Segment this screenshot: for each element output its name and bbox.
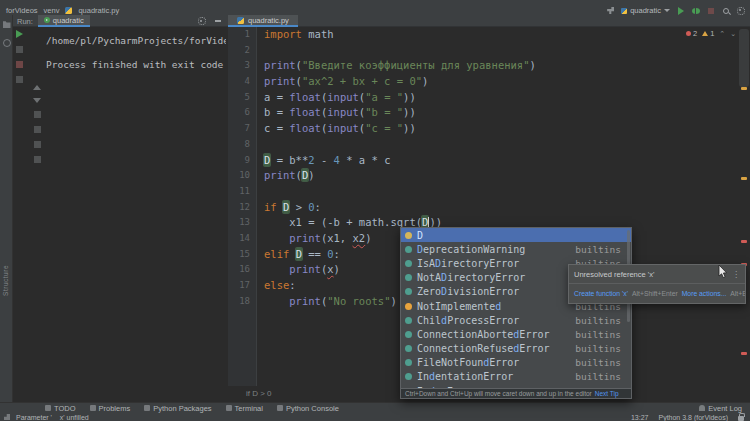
warning-icon (702, 31, 708, 36)
code-line-4[interactable]: print("ax^2 + bx + c = 0") (264, 74, 738, 90)
stop-button[interactable] (706, 6, 715, 15)
line-number[interactable]: 10 (228, 168, 250, 184)
rerun-button[interactable] (16, 30, 23, 38)
terminal-icon (226, 405, 232, 411)
run-panel-settings-gear-icon[interactable] (197, 17, 206, 26)
scroll-to-end-icon[interactable] (34, 126, 41, 133)
print-icon[interactable] (34, 141, 41, 148)
line-number[interactable]: 17 (228, 278, 250, 294)
run-settings-icon[interactable] (16, 46, 23, 53)
run-config-name: quadratic (630, 6, 661, 15)
create-function-link[interactable]: Create function 'x' (574, 290, 628, 297)
up-stacktrace-icon[interactable] (33, 85, 41, 90)
toolwindow-terminal[interactable]: Terminal (226, 404, 263, 413)
inspections-widget[interactable]: 2 1 ⌃ ⌄ (686, 29, 736, 38)
warning-stripe-mark[interactable] (741, 177, 747, 180)
line-number[interactable]: 18 (228, 294, 250, 310)
breadcrumb-forvideos[interactable]: forVideos (6, 6, 38, 15)
error-stripe-mark[interactable] (741, 352, 747, 355)
editor-tab-quadratic-py[interactable]: quadratic.py (228, 15, 298, 27)
run-button[interactable] (676, 6, 685, 15)
status-bar: Parameter '__x' unfilled 13:27 Python 3.… (0, 413, 750, 421)
code-line-2[interactable] (264, 43, 738, 59)
code-line-8[interactable] (264, 137, 738, 153)
scrollbar-thumb[interactable] (739, 29, 749, 87)
completion-item-filenotfounderror[interactable]: FileNotFoundErrorbuiltins (401, 356, 631, 370)
line-number[interactable]: 15 (228, 247, 250, 263)
line-number[interactable]: 13 (228, 215, 250, 231)
down-stacktrace-icon[interactable] (33, 98, 41, 103)
tooltip-more-icon[interactable]: ⋮ (732, 270, 740, 279)
code-line-7[interactable]: c = float(input("c = ")) (264, 121, 738, 137)
more-actions-link[interactable]: More actions... (682, 290, 727, 297)
code-line-1[interactable]: import math (264, 27, 738, 43)
line-number[interactable]: 14 (228, 231, 250, 247)
line-number[interactable]: 5 (228, 90, 250, 106)
cls-icon (405, 260, 412, 267)
search-everywhere-icon[interactable] (721, 6, 730, 15)
breadcrumb-quadratic-py[interactable]: quadratic.py (78, 6, 119, 15)
scope-breadcrumb[interactable]: if D > 0 (246, 389, 272, 398)
settings-gear-icon[interactable] (736, 6, 745, 15)
editor-gutter[interactable]: 123456789101112131415161718 (228, 27, 257, 386)
completion-item-connectionabortederror[interactable]: ConnectionAbortedErrorbuiltins (401, 327, 631, 341)
next-tip-link[interactable]: Next Tip (595, 390, 619, 397)
run-tab-quadratic[interactable]: quadratic (38, 15, 90, 27)
completion-item-deprecationwarning[interactable]: DeprecationWarningbuiltins (401, 242, 631, 256)
completion-item-connectionrefusederror[interactable]: ConnectionRefusedErrorbuiltins (401, 342, 631, 356)
restore-layout-icon[interactable] (16, 76, 23, 83)
code-line-5[interactable]: a = float(input("a = ")) (264, 90, 738, 106)
line-number[interactable]: 12 (228, 200, 250, 216)
prev-error-icon[interactable]: ⌃ (719, 31, 725, 36)
next-error-icon[interactable]: ⌄ (730, 31, 736, 36)
run-panel-minimize-icon[interactable] (213, 17, 222, 26)
run-configuration-select[interactable]: quadratic (621, 6, 670, 15)
project-toolwindow-icon[interactable] (3, 20, 11, 28)
toolwindow-python-console[interactable]: Python Console (277, 404, 339, 413)
structure-toolwindow-button[interactable]: Structure (2, 265, 9, 296)
warning-stripe-mark[interactable] (741, 87, 747, 90)
completion-item-childprocesserror[interactable]: ChildProcessErrorbuiltins (401, 313, 631, 327)
stop-process-button[interactable] (16, 61, 23, 68)
commit-toolwindow-icon[interactable] (3, 39, 11, 47)
completion-item-indentationerror[interactable]: IndentationErrorbuiltins (401, 370, 631, 384)
line-number[interactable]: 2 (228, 43, 250, 59)
event-log-icon (699, 405, 705, 411)
run-console-output[interactable]: /home/pl/PycharmProjects/forVideos/venv/… (46, 35, 226, 402)
console-toolbar (33, 85, 41, 163)
run-tab-icon (44, 17, 50, 23)
toolwindow-todo[interactable]: TODO (45, 404, 76, 413)
code-line-12[interactable]: if D > 0: (264, 200, 738, 216)
breadcrumb-venv[interactable]: venv (44, 6, 60, 15)
code-line-3[interactable]: print("Введите коэффициенты для уравнени… (264, 58, 738, 74)
line-number[interactable]: 1 (228, 27, 250, 43)
line-number[interactable]: 9 (228, 153, 250, 169)
line-number[interactable]: 4 (228, 74, 250, 90)
pycharm-window: FileEditViewNavigateCodeRefactorRunTools… (0, 0, 750, 421)
var-icon (405, 232, 412, 239)
line-number[interactable]: 7 (228, 121, 250, 137)
code-line-10[interactable]: print(D) (264, 168, 738, 184)
toolwindow-switcher-icon[interactable] (4, 414, 10, 420)
line-number[interactable]: 11 (228, 184, 250, 200)
console-line (46, 47, 226, 59)
toolwindow-python-packages[interactable]: Python Packages (144, 404, 211, 413)
lock-icon[interactable] (738, 416, 744, 421)
line-number[interactable]: 3 (228, 58, 250, 74)
completion-item-d[interactable]: D (401, 228, 631, 242)
build-hammer-icon[interactable] (606, 6, 615, 15)
line-number[interactable]: 6 (228, 105, 250, 121)
line-number[interactable]: 16 (228, 262, 250, 278)
editor-scrollbar[interactable] (738, 27, 750, 402)
code-line-11[interactable] (264, 184, 738, 200)
toolwindow-problems[interactable]: Problems (90, 404, 131, 413)
code-line-6[interactable]: b = float(input("b = ")) (264, 105, 738, 121)
line-number[interactable]: 8 (228, 137, 250, 153)
error-stripe-mark[interactable] (741, 240, 747, 243)
clear-console-icon[interactable] (34, 156, 41, 163)
code-line-9[interactable]: D = b**2 - 4 * a * c (264, 153, 738, 169)
debug-button[interactable] (691, 6, 700, 15)
event-log-button[interactable]: Event Log (699, 404, 750, 413)
interpreter-selector[interactable]: Python 3.8 (forVideos) (658, 414, 728, 421)
soft-wrap-icon[interactable] (34, 111, 41, 118)
